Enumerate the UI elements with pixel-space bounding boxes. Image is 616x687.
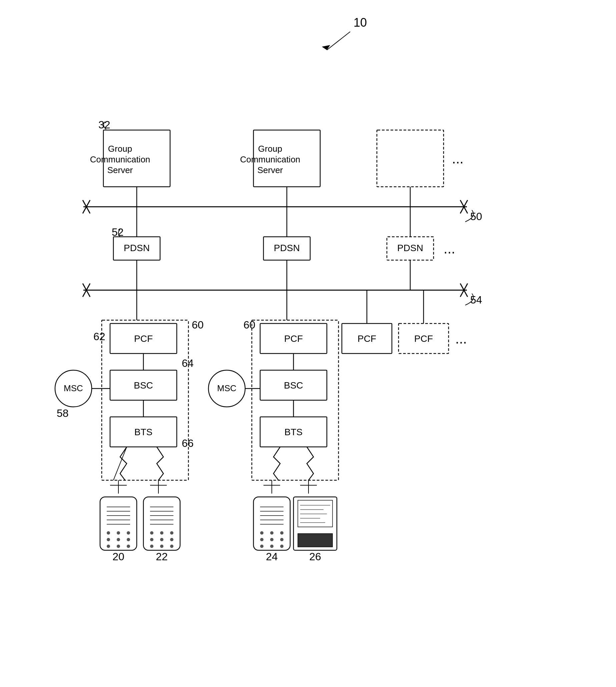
gcs1-line3: Server: [107, 165, 133, 175]
label-60b: 60: [243, 319, 256, 331]
svg-point-63: [160, 531, 163, 535]
svg-rect-41: [100, 497, 137, 550]
gcs2-line3: Server: [258, 165, 283, 175]
ref-10: 10: [354, 16, 367, 29]
svg-rect-106: [298, 534, 332, 547]
label-24: 24: [266, 551, 278, 562]
svg-point-90: [260, 531, 263, 535]
label-22: 22: [156, 551, 168, 562]
svg-rect-9: [377, 130, 444, 187]
svg-point-50: [107, 538, 110, 541]
label-50: 50: [470, 210, 482, 222]
bts2-label: BTS: [285, 427, 303, 437]
svg-point-94: [270, 538, 273, 541]
svg-point-92: [280, 531, 284, 535]
label-54: 54: [470, 294, 482, 306]
label-62: 62: [93, 331, 105, 342]
svg-point-48: [117, 531, 120, 535]
svg-point-93: [260, 538, 263, 541]
svg-point-68: [150, 545, 153, 548]
gcs2-line2: Communication: [240, 154, 301, 164]
pcf1-label: PCF: [134, 333, 153, 344]
label-32: 32: [98, 119, 110, 131]
svg-point-47: [107, 531, 110, 535]
svg-line-0: [327, 32, 350, 50]
bsc2-label: BSC: [284, 380, 303, 391]
svg-point-49: [127, 531, 130, 535]
dots-pdsn: ...: [444, 241, 455, 257]
svg-point-91: [270, 531, 273, 535]
msc1-label: MSC: [64, 383, 83, 393]
svg-point-96: [260, 545, 263, 548]
dots-pcf: ...: [455, 331, 467, 347]
svg-point-52: [127, 538, 130, 541]
pdsn2-label: PDSN: [274, 243, 300, 253]
svg-point-70: [170, 545, 173, 548]
pcf3-label: PCF: [357, 333, 376, 344]
bsc1-label: BSC: [134, 380, 153, 391]
svg-point-51: [117, 538, 120, 541]
svg-point-64: [170, 531, 173, 535]
svg-marker-1: [322, 45, 330, 50]
dots-gcs: ...: [452, 151, 464, 167]
label-58: 58: [57, 407, 69, 419]
svg-rect-100: [298, 500, 332, 527]
svg-point-66: [160, 538, 163, 541]
svg-rect-56: [144, 497, 180, 550]
svg-point-62: [150, 531, 153, 535]
pdsn3-label: PDSN: [397, 243, 423, 253]
gcs2-line1: Group: [258, 144, 282, 154]
label-20: 20: [112, 551, 125, 562]
label-66: 66: [182, 437, 194, 449]
msc2-label: MSC: [217, 383, 237, 393]
pdsn1-label: PDSN: [124, 243, 150, 253]
svg-point-97: [270, 545, 273, 548]
svg-point-95: [280, 538, 284, 541]
label-52: 52: [112, 226, 124, 238]
diagram-container: 10 50 Group Communication Server 32 Grou…: [0, 0, 616, 687]
gcs1-line1: Group: [108, 144, 132, 154]
svg-point-67: [170, 538, 173, 541]
svg-point-69: [160, 545, 163, 548]
label-64: 64: [182, 357, 194, 369]
gcs1-line2: Communication: [90, 154, 150, 164]
label-60a: 60: [192, 319, 204, 331]
label-26: 26: [309, 551, 321, 562]
svg-point-65: [150, 538, 153, 541]
bts1-label: BTS: [134, 427, 152, 437]
pcf4-label: PCF: [414, 333, 433, 344]
svg-point-53: [107, 545, 110, 548]
svg-rect-84: [254, 497, 290, 550]
svg-point-98: [280, 545, 284, 548]
svg-point-54: [117, 545, 120, 548]
pcf2-label: PCF: [284, 333, 303, 344]
svg-point-55: [127, 545, 130, 548]
